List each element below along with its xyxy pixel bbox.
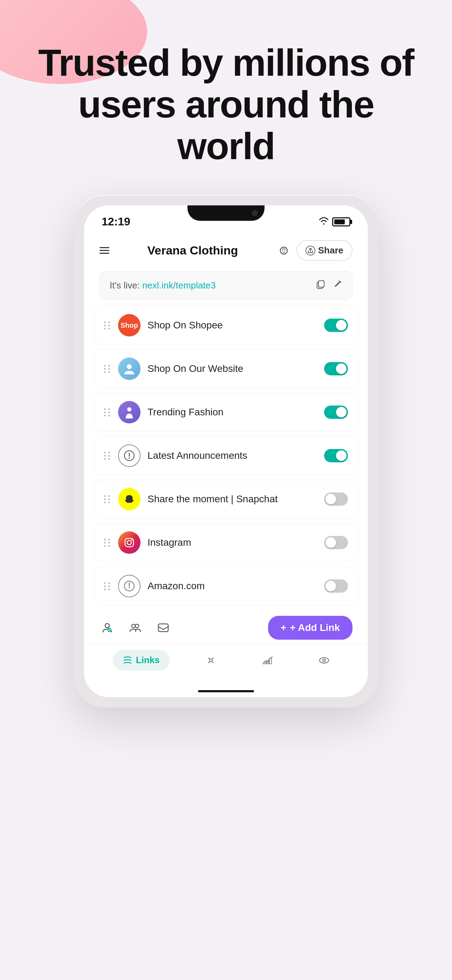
snapchat-toggle[interactable] [324, 492, 348, 506]
add-link-button[interactable]: + + Add Link [268, 616, 352, 640]
inbox-icon[interactable] [156, 620, 171, 635]
svg-point-7 [127, 407, 131, 412]
bottom-nav: Links [84, 643, 368, 688]
menu-icon[interactable] [100, 247, 109, 254]
shopee-label: Shop On Shopee [148, 320, 317, 331]
header-actions: Share [276, 240, 352, 261]
svg-point-9 [129, 457, 130, 459]
svg-point-18 [135, 624, 139, 628]
notch-camera [252, 210, 258, 216]
edit-icon[interactable] [333, 279, 342, 292]
add-icon: + [281, 622, 286, 633]
group-icon[interactable] [127, 620, 143, 635]
live-bar: It's live: nexl.ink/template3 [100, 271, 352, 300]
share-label: Share [318, 245, 344, 256]
fashion-icon [118, 401, 140, 423]
svg-point-11 [127, 541, 131, 545]
nav-links[interactable]: Links [113, 650, 170, 670]
svg-point-2 [284, 250, 285, 251]
page-headline: Trusted by millions of users around the … [0, 42, 452, 167]
drag-handle[interactable] [104, 452, 111, 460]
drag-handle[interactable] [104, 582, 111, 590]
link-item-instagram: Instagram [94, 523, 358, 562]
status-bar: 12:19 [84, 205, 368, 232]
svg-point-12 [131, 539, 133, 541]
wifi-icon [319, 216, 329, 227]
nav-preview[interactable] [309, 651, 339, 670]
status-icons [319, 216, 350, 227]
app-title: Verana Clothing [147, 243, 238, 257]
svg-rect-4 [318, 281, 324, 287]
drag-handle[interactable] [104, 539, 111, 547]
live-actions [316, 279, 342, 292]
amazon-icon [118, 575, 140, 597]
drag-handle[interactable] [104, 365, 111, 373]
bug-icon[interactable] [276, 243, 291, 258]
drag-handle[interactable] [104, 408, 111, 417]
link-item-announcements: Latest Announcements [94, 436, 358, 475]
bottom-toolbar: + + Add Link [100, 616, 352, 640]
fashion-label: Trending Fashion [148, 407, 317, 418]
snapchat-label: Share the moment | Snapchat [148, 493, 317, 505]
announcements-label: Latest Announcements [148, 450, 317, 461]
share-icon [306, 246, 315, 256]
instagram-label: Instagram [148, 537, 317, 548]
live-link[interactable]: nexl.ink/template3 [142, 280, 216, 291]
home-indicator [198, 690, 254, 692]
phone-inner: 12:19 [84, 205, 368, 697]
website-toggle[interactable] [324, 362, 348, 375]
notch [188, 205, 264, 221]
announce-icon [118, 444, 140, 467]
instagram-icon [118, 531, 140, 554]
link-item-fashion: Trending Fashion [94, 393, 358, 431]
announcements-toggle[interactable] [324, 449, 348, 462]
battery-icon [332, 217, 350, 226]
svg-point-26 [324, 660, 325, 661]
link-item-shopee: Shop Shop On Shopee [94, 306, 358, 345]
add-link-label: + Add Link [290, 622, 340, 633]
fashion-toggle[interactable] [324, 406, 348, 419]
instagram-toggle[interactable] [324, 536, 348, 549]
shopee-icon: Shop [118, 314, 140, 336]
status-time: 12:19 [102, 215, 131, 228]
amazon-label: Amazon.com [148, 581, 317, 592]
svg-point-1 [282, 250, 283, 251]
page-content: Trusted by millions of users around the … [0, 0, 452, 708]
phone-mockup: 12:19 [73, 195, 379, 708]
profile-icon[interactable] [100, 620, 115, 635]
website-label: Shop On Our Website [148, 363, 317, 374]
svg-rect-23 [269, 658, 272, 664]
svg-point-14 [129, 587, 130, 589]
toolbar-icons [100, 620, 171, 635]
svg-rect-21 [264, 662, 266, 664]
nav-links-label: Links [136, 655, 160, 666]
drag-handle[interactable] [104, 321, 111, 329]
drag-handle[interactable] [104, 495, 111, 503]
shopee-toggle[interactable] [324, 318, 348, 332]
website-icon [118, 358, 140, 380]
snapchat-icon [118, 488, 140, 510]
link-item-amazon: Amazon.com [94, 567, 358, 605]
svg-point-15 [105, 624, 109, 628]
amazon-toggle[interactable] [324, 579, 348, 593]
nav-analytics[interactable] [253, 651, 283, 670]
svg-point-6 [127, 364, 132, 369]
link-item-snapchat: Share the moment | Snapchat [94, 480, 358, 519]
nav-design[interactable] [196, 650, 226, 670]
links-list: Shop Shop On Shopee [84, 306, 368, 610]
copy-icon[interactable] [316, 279, 326, 292]
share-button[interactable]: Share [296, 240, 352, 261]
live-text: It's live: nexl.ink/template3 [110, 280, 216, 291]
svg-point-17 [132, 624, 135, 628]
link-item-website: Shop On Our Website [94, 350, 358, 388]
app-header: Verana Clothing [84, 232, 368, 268]
